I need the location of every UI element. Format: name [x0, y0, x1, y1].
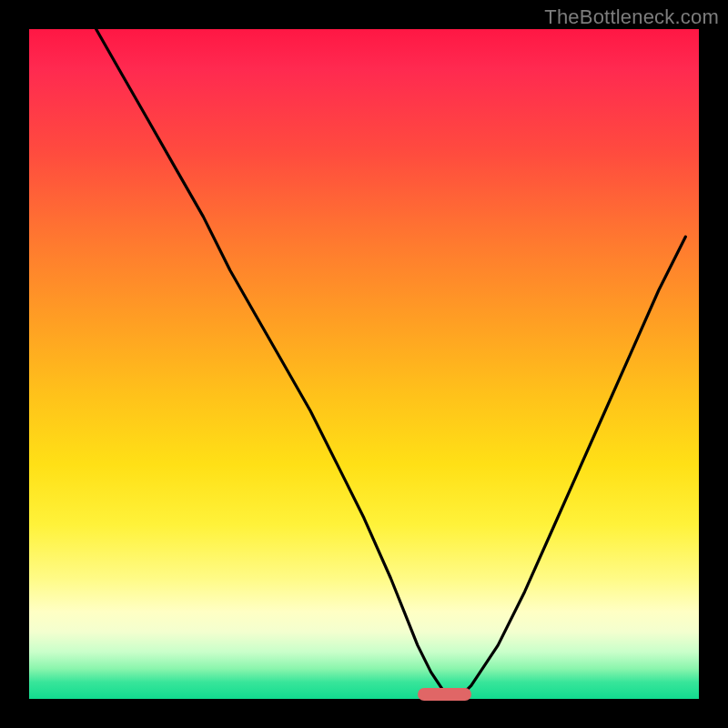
optimum-marker [418, 688, 471, 701]
bottleneck-curve [29, 29, 699, 699]
plot-area [29, 29, 699, 699]
curve-path [96, 29, 686, 699]
watermark-text: TheBottleneck.com [544, 5, 719, 29]
chart-frame: TheBottleneck.com [0, 0, 728, 728]
